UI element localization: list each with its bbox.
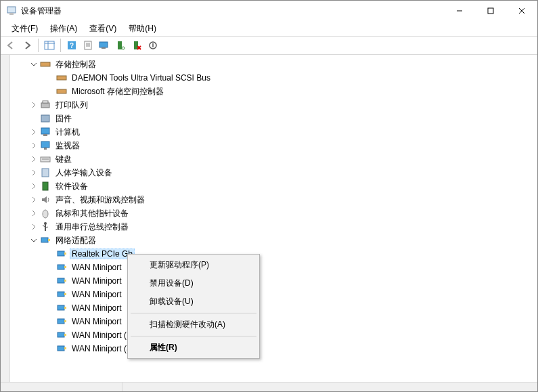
tree-node-label: 存储控制器: [53, 58, 98, 71]
svg-rect-15: [99, 42, 108, 47]
uninstall-button[interactable]: [129, 38, 144, 53]
svg-rect-50: [58, 292, 64, 297]
tree-node-computer[interactable]: 计算机: [13, 125, 537, 139]
firmware-icon: [40, 113, 51, 124]
menu-help[interactable]: 帮助(H): [123, 22, 162, 36]
tree-node-label: 通用串行总线控制器: [53, 221, 131, 234]
svg-rect-16: [102, 47, 106, 49]
expand-icon[interactable]: [29, 127, 39, 137]
expand-icon[interactable]: [29, 222, 39, 232]
tree-node-label: WAN Miniport: [70, 303, 124, 313]
tree-node-label: 固件: [53, 112, 74, 125]
collapse-icon[interactable]: [29, 60, 39, 69]
tree-node-label: WAN Miniport: [70, 316, 124, 327]
toolbar-separator: [38, 39, 39, 52]
tree-node-label: 监视器: [53, 139, 82, 152]
tree-node-hid[interactable]: 人体学输入设备: [13, 166, 537, 179]
expand-icon[interactable]: [29, 141, 39, 150]
tree-node-storage-controllers[interactable]: 存储控制器: [13, 58, 537, 71]
tree-node-daemon-tools[interactable]: DAEMON Tools Ultra Virtual SCSI Bus: [13, 71, 537, 85]
tree-node-wan-miniport-sstp[interactable]: WAN Miniport (SSTP): [13, 342, 537, 355]
tree-node-wan-miniport[interactable]: WAN Miniport: [13, 315, 537, 328]
tree-node-label: 网络适配器: [53, 234, 98, 247]
tree-node-wan-miniport-pptp[interactable]: WAN Miniport (PPTP): [13, 328, 537, 342]
properties-button[interactable]: [81, 38, 95, 53]
show-hide-tree-button[interactable]: [42, 38, 57, 53]
context-menu-update-driver[interactable]: 更新驱动程序(P): [129, 256, 258, 274]
context-menu-separator: [131, 313, 256, 313]
tree-node-usb[interactable]: 通用串行总线控制器: [13, 220, 537, 234]
update-driver-button[interactable]: [113, 38, 128, 53]
tree-node-software-devices[interactable]: 软件设备: [13, 179, 537, 193]
tree-node-mice[interactable]: 鼠标和其他指针设备: [13, 206, 537, 220]
tree-node-wan-miniport[interactable]: WAN Miniport: [13, 274, 537, 288]
svg-rect-59: [64, 347, 66, 349]
svg-rect-30: [43, 134, 47, 136]
tree-node-label: WAN Miniport: [70, 262, 124, 273]
svg-rect-29: [41, 128, 49, 134]
tree-node-monitors[interactable]: 监视器: [13, 139, 537, 152]
tree-node-wan-miniport[interactable]: WAN Miniport: [13, 301, 537, 315]
svg-rect-58: [58, 346, 64, 351]
tree-node-label: Microsoft 存储空间控制器: [70, 85, 166, 98]
app-icon: [6, 5, 17, 16]
expand-icon[interactable]: [29, 209, 39, 218]
titlebar: 设备管理器: [1, 1, 537, 21]
tree-node-ms-storage-spaces[interactable]: Microsoft 存储空间控制器: [13, 85, 537, 98]
minimize-button[interactable]: [444, 1, 475, 21]
tree-node-network-adapters[interactable]: 网络适配器: [13, 234, 537, 247]
network-adapter-icon: [56, 248, 67, 259]
context-menu-scan-hardware[interactable]: 扫描检测硬件改动(A): [129, 315, 258, 334]
expand-icon[interactable]: [29, 181, 39, 191]
tree-node-realtek-pcie[interactable]: Realtek PCIe Gb: [13, 247, 537, 261]
svg-rect-36: [43, 182, 48, 190]
maximize-button[interactable]: [475, 1, 506, 21]
back-button[interactable]: [3, 38, 18, 53]
toolbar: ?: [1, 36, 537, 55]
svg-rect-1: [9, 13, 14, 15]
context-menu-properties[interactable]: 属性(R): [129, 339, 258, 357]
expand-icon[interactable]: [29, 154, 39, 164]
close-button[interactable]: [506, 1, 537, 21]
svg-rect-55: [64, 320, 66, 322]
scan-hardware-button[interactable]: [97, 38, 112, 53]
svg-rect-25: [57, 89, 66, 93]
tree-node-keyboards[interactable]: 键盘: [13, 152, 537, 166]
expand-icon[interactable]: [29, 195, 39, 204]
tree-node-wan-miniport[interactable]: WAN Miniport: [13, 288, 537, 301]
menu-action[interactable]: 操作(A): [45, 22, 83, 36]
help-button[interactable]: ?: [64, 38, 79, 53]
tree-node-label: 人体学输入设备: [53, 167, 114, 179]
svg-rect-54: [58, 319, 64, 324]
svg-point-18: [122, 47, 125, 49]
tree-node-sound[interactable]: 声音、视频和游戏控制器: [13, 193, 537, 206]
collapse-icon[interactable]: [29, 236, 39, 245]
network-adapter-icon: [56, 289, 67, 300]
tree-node-print-queues[interactable]: 打印队列: [13, 98, 537, 112]
expand-icon[interactable]: [29, 168, 39, 177]
svg-rect-19: [134, 41, 138, 49]
expand-icon[interactable]: [29, 100, 39, 110]
window-controls: [444, 1, 537, 21]
statusbar: [1, 382, 537, 391]
software-device-icon: [40, 181, 51, 192]
svg-rect-52: [58, 305, 64, 310]
svg-rect-51: [64, 293, 66, 295]
context-menu-uninstall-device[interactable]: 卸载设备(U): [129, 292, 258, 311]
context-menu-disable-device[interactable]: 禁用设备(D): [129, 274, 258, 292]
tree-node-label: 计算机: [53, 126, 82, 139]
tree-node-firmware[interactable]: 固件: [13, 112, 537, 125]
svg-rect-26: [41, 103, 49, 108]
disable-button[interactable]: [145, 38, 160, 53]
device-tree[interactable]: 存储控制器 DAEMON Tools Ultra Virtual SCSI Bu…: [10, 55, 537, 382]
toolbar-separator: [60, 39, 61, 52]
forward-button[interactable]: [20, 38, 35, 53]
tree-node-label: 声音、视频和游戏控制器: [53, 194, 147, 206]
svg-rect-56: [58, 332, 64, 337]
svg-rect-11: [85, 41, 91, 49]
printer-icon: [40, 100, 51, 110]
svg-rect-3: [488, 8, 493, 14]
menu-file[interactable]: 文件(F): [6, 22, 43, 36]
menu-view[interactable]: 查看(V): [84, 22, 122, 36]
tree-node-wan-miniport[interactable]: WAN Miniport: [13, 261, 537, 274]
